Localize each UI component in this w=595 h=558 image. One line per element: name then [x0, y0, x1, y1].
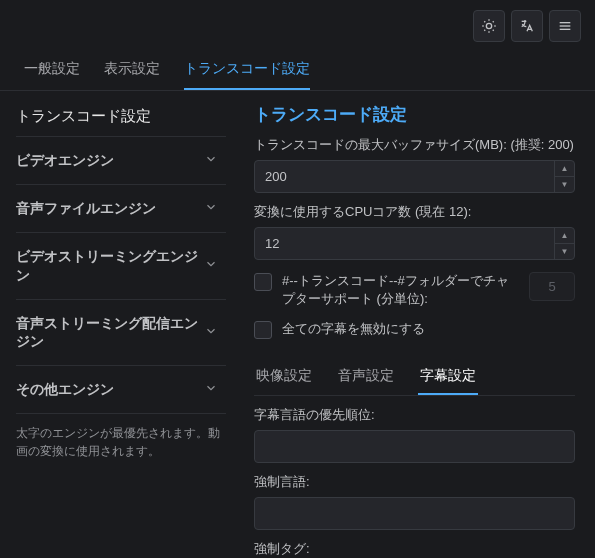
chevron-down-icon — [204, 381, 218, 398]
chapter-support-checkbox[interactable] — [254, 273, 272, 291]
sub-tabs: 映像設定 音声設定 字幕設定 — [254, 357, 575, 396]
buffer-input[interactable] — [254, 160, 575, 193]
sun-icon — [481, 18, 497, 34]
sidebar-item-audio-file-engine[interactable]: 音声ファイルエンジン — [16, 184, 226, 232]
chevron-down-icon[interactable]: ▼ — [555, 177, 574, 192]
sub-priority-label: 字幕言語の優先順位: — [254, 406, 575, 424]
svg-point-0 — [486, 23, 491, 28]
tab-transcoding[interactable]: トランスコード設定 — [184, 48, 310, 90]
forced-lang-label: 強制言語: — [254, 473, 575, 491]
panel-title: トランスコード設定 — [254, 103, 575, 126]
disable-subs-checkbox[interactable] — [254, 321, 272, 339]
language-button[interactable] — [511, 10, 543, 42]
svg-line-8 — [493, 21, 494, 22]
sidebar-item-label: その他エンジン — [16, 380, 120, 399]
tab-display[interactable]: 表示設定 — [104, 48, 160, 90]
primary-tabs: 一般設定 表示設定 トランスコード設定 — [0, 48, 595, 91]
svg-line-4 — [493, 30, 494, 31]
sidebar-item-label: ビデオエンジン — [16, 151, 120, 170]
sidebar-heading: トランスコード設定 — [16, 107, 226, 126]
sub-priority-input[interactable] — [254, 430, 575, 463]
top-action-bar — [0, 0, 595, 48]
chapter-support-label: #--トランスコード--#フォルダーでチャプターサポート (分単位): — [282, 272, 519, 308]
main-panel: トランスコード設定 トランスコードの最大バッファサイズ(MB): (推奨: 20… — [230, 91, 595, 557]
chevron-down-icon — [204, 324, 218, 341]
sidebar-item-other-engine[interactable]: その他エンジン — [16, 365, 226, 413]
cores-spinner[interactable]: ▲▼ — [554, 228, 574, 259]
buffer-spinner[interactable]: ▲▼ — [554, 161, 574, 192]
sidebar-footnote: 太字のエンジンが最優先されます。動画の変換に使用されます。 — [16, 413, 226, 460]
svg-line-7 — [484, 30, 485, 31]
cores-label: 変換に使用するCPUコア数 (現在 12): — [254, 203, 575, 221]
subtab-subs[interactable]: 字幕設定 — [418, 357, 478, 395]
chevron-up-icon[interactable]: ▲ — [555, 228, 574, 244]
subtab-video[interactable]: 映像設定 — [254, 357, 314, 395]
chevron-down-icon — [204, 152, 218, 169]
chevron-up-icon[interactable]: ▲ — [555, 161, 574, 177]
buffer-label: トランスコードの最大バッファサイズ(MB): (推奨: 200) — [254, 136, 575, 154]
subtab-audio[interactable]: 音声設定 — [336, 357, 396, 395]
chevron-down-icon — [204, 200, 218, 217]
translate-icon — [519, 18, 535, 34]
forced-tag-label: 強制タグ: — [254, 540, 575, 557]
svg-line-3 — [484, 21, 485, 22]
forced-lang-input[interactable] — [254, 497, 575, 530]
sidebar: トランスコード設定 ビデオエンジン 音声ファイルエンジン ビデオストリーミングエ… — [0, 91, 230, 557]
tab-general[interactable]: 一般設定 — [24, 48, 80, 90]
cores-input[interactable] — [254, 227, 575, 260]
menu-button[interactable] — [549, 10, 581, 42]
sidebar-item-label: 音声ファイルエンジン — [16, 199, 162, 218]
sidebar-item-video-streaming-engine[interactable]: ビデオストリーミングエンジン — [16, 232, 226, 299]
sidebar-item-label: 音声ストリーミング配信エンジン — [16, 314, 204, 352]
disable-subs-label: 全ての字幕を無効にする — [282, 320, 575, 338]
sidebar-item-audio-streaming-engine[interactable]: 音声ストリーミング配信エンジン — [16, 299, 226, 366]
sidebar-item-label: ビデオストリーミングエンジン — [16, 247, 204, 285]
chapter-minutes-input: 5 — [529, 272, 575, 301]
sidebar-item-video-engine[interactable]: ビデオエンジン — [16, 136, 226, 184]
hamburger-icon — [557, 18, 573, 34]
theme-toggle-button[interactable] — [473, 10, 505, 42]
chevron-down-icon[interactable]: ▼ — [555, 244, 574, 259]
chevron-down-icon — [204, 257, 218, 274]
